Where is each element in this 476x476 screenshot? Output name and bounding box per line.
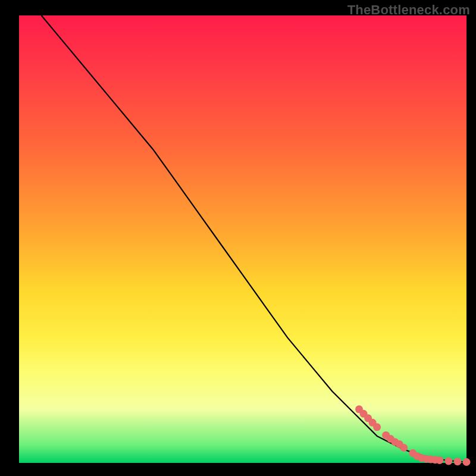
plot-area bbox=[19, 15, 466, 463]
data-point bbox=[444, 458, 452, 465]
data-point bbox=[373, 423, 381, 431]
data-points bbox=[355, 405, 471, 466]
main-curve bbox=[42, 15, 466, 462]
watermark-text: TheBottleneck.com bbox=[347, 2, 470, 18]
chart-overlay bbox=[19, 15, 466, 463]
data-point bbox=[463, 458, 471, 466]
data-point bbox=[454, 458, 462, 465]
chart-frame: TheBottleneck.com bbox=[0, 0, 476, 476]
data-point bbox=[436, 456, 443, 464]
data-point bbox=[400, 444, 408, 452]
